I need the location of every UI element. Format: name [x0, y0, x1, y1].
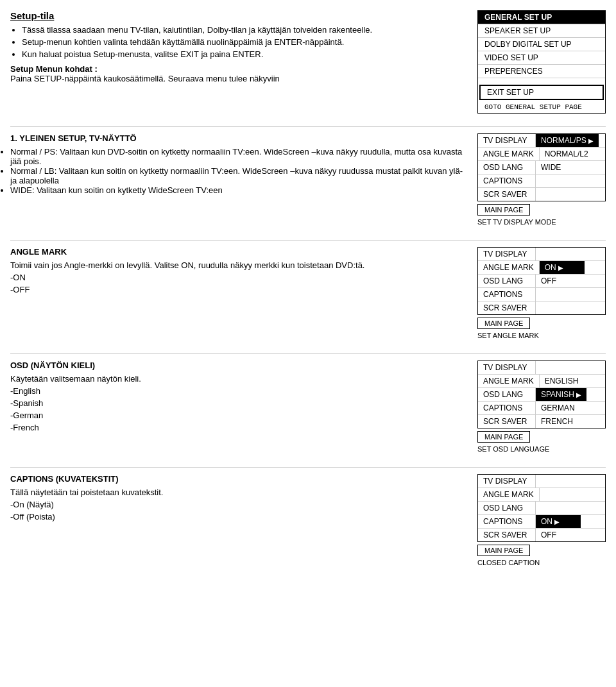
main-page-button-1[interactable]: MAIN PAGE	[477, 204, 530, 216]
intro-bullets: Tässä tilassa saadaan menu TV-tilan, kai…	[22, 25, 467, 59]
cell-captions-c-value[interactable]: ON ▶	[536, 515, 581, 528]
captions-menu-box: TV DISPLAY ANGLE MARK OSD LANG CAPTIONS …	[477, 474, 606, 568]
cell-tv-display-a-value	[536, 248, 581, 260]
row-tv-display-c: TV DISPLAY	[478, 475, 605, 488]
general-menu: GENERAL SET UP SPEAKER SET UP DOLBY DIGI…	[477, 10, 606, 114]
captions-text: CAPTIONS (KUVATEKSTIT) Tällä näytetään t…	[10, 474, 467, 568]
menu-footer-osd: SET OSD LANGUAGE	[477, 444, 549, 454]
menu-footer-angle: SET ANGLE MARK	[477, 330, 539, 341]
cell-scr-saver-a-label: SCR SAVER	[478, 301, 536, 314]
tv-display-menu: TV DISPLAY NORMAL/PS ▶ ANGLE MARK NORMAL…	[477, 133, 606, 201]
section-angle-mark: ANGLE MARK Toimii vain jos Angle-merkki …	[10, 240, 606, 341]
row-osd-lang: OSD LANG WIDE	[478, 161, 605, 174]
row-captions-a: CAPTIONS	[478, 288, 605, 301]
cell-scr-saver-o-value: FRENCH	[536, 415, 581, 428]
row-angle-mark-c: ANGLE MARK	[478, 488, 605, 502]
row-tv-display: TV DISPLAY NORMAL/PS ▶	[478, 134, 605, 148]
cell-osd-lang-value: WIDE	[536, 161, 581, 174]
osd-lang-title: OSD (NÄYTÖN KIELI)	[10, 360, 467, 370]
menu-footer-captions: CLOSED CAPTION	[477, 557, 540, 568]
cell-captions-value	[536, 174, 581, 187]
tv-display-menu-box: TV DISPLAY NORMAL/PS ▶ ANGLE MARK NORMAL…	[477, 133, 606, 227]
cell-scr-saver-a-value	[536, 301, 581, 314]
section-osd-lang: OSD (NÄYTÖN KIELI) Käytetään valitsemaan…	[10, 353, 606, 454]
menu-separator	[478, 78, 605, 83]
row-captions: CAPTIONS	[478, 174, 605, 188]
main-page-button-captions[interactable]: MAIN PAGE	[477, 545, 530, 556]
osd-option-0: -English	[10, 386, 467, 396]
cell-osd-lang-label: OSD LANG	[478, 161, 536, 174]
cell-captions-c-label: CAPTIONS	[478, 515, 536, 528]
main-page-button-angle[interactable]: MAIN PAGE	[477, 318, 530, 329]
angle-mark-title: ANGLE MARK	[10, 247, 467, 257]
cell-angle-mark-label: ANGLE MARK	[478, 148, 540, 160]
section-tv-display: 1. YLEINEN SETUP, TV-NÄYTTÖ Normal / PS:…	[10, 126, 606, 227]
osd-option-2: -German	[10, 411, 467, 420]
osd-lang-text: OSD (NÄYTÖN KIELI) Käytetään valitsemaan…	[10, 360, 467, 454]
osd-option-3: -French	[10, 423, 467, 432]
bullet-2: Setup-menun kohtien valinta tehdään käyt…	[22, 37, 467, 47]
row-scr-saver: SCR SAVER	[478, 188, 605, 201]
menu-footer-1: SET TV DISPLAY MODE	[477, 217, 556, 227]
captions-menu: TV DISPLAY ANGLE MARK OSD LANG CAPTIONS …	[477, 474, 606, 542]
section1-bullet-0: Normal / PS: Valitaan kun DVD-soitin on …	[10, 147, 467, 166]
menu-speaker-setup[interactable]: SPEAKER SET UP	[478, 24, 605, 38]
cell-tv-display-label: TV DISPLAY	[478, 134, 536, 147]
cell-scr-saver-c-label: SCR SAVER	[478, 529, 536, 541]
cell-captions-o-value: GERMAN	[536, 402, 581, 414]
section1-bullets: Normal / PS: Valitaan kun DVD-soitin on …	[10, 147, 467, 195]
menu-general-setup[interactable]: GENERAL SET UP	[478, 11, 605, 24]
intro-text: Setup-tila Tässä tilassa saadaan menu TV…	[10, 10, 467, 114]
section1-number: 1. YLEINEN SETUP, TV-NÄYTTÖ	[10, 133, 467, 143]
setup-menu-label: Setup Menun kohdat :	[10, 64, 467, 74]
row-angle-mark-o: ANGLE MARK ENGLISH	[478, 375, 605, 388]
osd-lang-desc: Käytetään valitsemaan näytön kieli.	[10, 374, 467, 384]
menu-dolby-setup[interactable]: DOLBY DIGITAL SET UP	[478, 38, 605, 51]
angle-mark-menu-box: TV DISPLAY ANGLE MARK ON ▶ OSD LANG OFF …	[477, 247, 606, 341]
angle-mark-desc: Toimii vain jos Angle-merkki on levyllä.…	[10, 260, 467, 270]
row-scr-saver-a: SCR SAVER	[478, 301, 605, 314]
cell-tv-display-o-value	[536, 361, 581, 374]
menu-video-setup[interactable]: VIDEO SET UP	[478, 51, 605, 65]
cell-osd-lang-c-value	[536, 502, 581, 514]
row-scr-saver-o: SCR SAVER FRENCH	[478, 415, 605, 428]
cell-angle-mark-c-label: ANGLE MARK	[478, 488, 540, 501]
cell-scr-saver-o-label: SCR SAVER	[478, 415, 536, 428]
cell-captions-a-value	[536, 288, 581, 301]
bullet-1: Tässä tilassa saadaan menu TV-tilan, kai…	[22, 25, 467, 35]
cell-angle-mark-a-value[interactable]: ON ▶	[540, 261, 585, 274]
setup-menu-sub: Paina SETUP-näppäintä kaukosäätimellä. S…	[10, 74, 467, 83]
row-osd-lang-a: OSD LANG OFF	[478, 275, 605, 288]
general-menu-box: GENERAL SET UP SPEAKER SET UP DOLBY DIGI…	[477, 10, 606, 114]
row-scr-saver-c: SCR SAVER OFF	[478, 529, 605, 541]
captions-option-1: -Off (Poista)	[10, 512, 467, 522]
captions-title: CAPTIONS (KUVATEKSTIT)	[10, 474, 467, 484]
angle-option-1: -OFF	[10, 285, 467, 294]
cell-angle-mark-o-label: ANGLE MARK	[478, 375, 540, 387]
cell-osd-lang-o-value[interactable]: SPANISH ▶	[536, 388, 586, 401]
row-osd-lang-o: OSD LANG SPANISH ▶	[478, 388, 605, 402]
angle-mark-text: ANGLE MARK Toimii vain jos Angle-merkki …	[10, 247, 467, 341]
row-angle-mark-a: ANGLE MARK ON ▶	[478, 261, 605, 275]
row-captions-c: CAPTIONS ON ▶	[478, 515, 605, 529]
menu-preperences[interactable]: PREPERENCES	[478, 65, 605, 78]
section1-bullet-2: WIDE: Valitaan kun soitin on kytketty Wi…	[10, 185, 467, 195]
cell-tv-display-value[interactable]: NORMAL/PS ▶	[536, 134, 599, 147]
cell-osd-lang-a-label: OSD LANG	[478, 275, 536, 287]
cell-angle-mark-a-label: ANGLE MARK	[478, 261, 540, 274]
cell-tv-display-c-label: TV DISPLAY	[478, 475, 536, 488]
cell-tv-display-a-label: TV DISPLAY	[478, 248, 536, 260]
menu-exit-setup[interactable]: EXIT SET UP	[479, 85, 604, 100]
bullet-3: Kun haluat poistua Setup-menusta, valits…	[22, 49, 467, 59]
angle-option-0: -ON	[10, 273, 467, 282]
section1-bullet-1: Normal / LB: Valitaan kun soitin on kytk…	[10, 166, 467, 185]
cell-tv-display-c-value	[536, 475, 581, 488]
cell-scr-saver-label: SCR SAVER	[478, 188, 536, 201]
section-captions: CAPTIONS (KUVATEKSTIT) Tällä näytetään t…	[10, 467, 606, 568]
cell-osd-lang-a-value: OFF	[536, 275, 581, 287]
angle-mark-menu: TV DISPLAY ANGLE MARK ON ▶ OSD LANG OFF …	[477, 247, 606, 315]
main-page-button-osd[interactable]: MAIN PAGE	[477, 431, 530, 443]
row-tv-display-a: TV DISPLAY	[478, 248, 605, 261]
cell-captions-a-label: CAPTIONS	[478, 288, 536, 301]
cell-angle-mark-c-value	[540, 488, 585, 501]
